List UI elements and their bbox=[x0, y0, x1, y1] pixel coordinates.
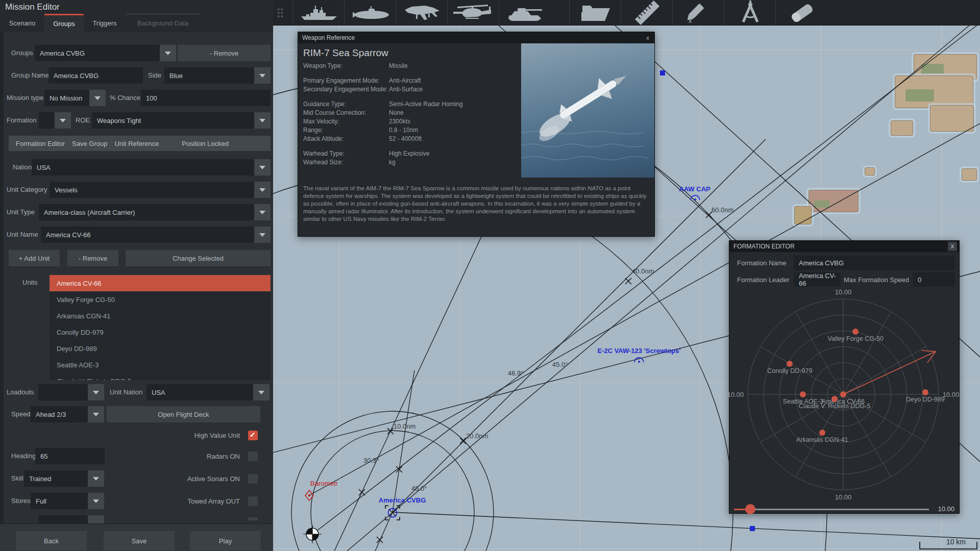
nation-select[interactable]: USA bbox=[32, 159, 254, 176]
save-group-button[interactable]: Save Group bbox=[72, 140, 107, 147]
high-value-unit-checkbox[interactable] bbox=[248, 431, 258, 440]
unit-nation-select[interactable]: USA bbox=[146, 384, 253, 400]
map-label: 40.0nm bbox=[632, 267, 654, 275]
compass-icon-button[interactable] bbox=[724, 0, 776, 25]
waypoint-cross[interactable] bbox=[460, 438, 466, 444]
roe-dropdown-button[interactable] bbox=[254, 112, 271, 129]
eraser-icon-button[interactable] bbox=[775, 0, 827, 25]
weapon-spec-row: Mid Course Correction:None bbox=[303, 109, 518, 117]
skill-dropdown-button[interactable] bbox=[88, 470, 104, 487]
weapon-spec-row: Range:0.8 - 10nm bbox=[303, 126, 518, 135]
remove-unit-button[interactable]: - Remove bbox=[67, 250, 118, 266]
formation-select[interactable] bbox=[39, 112, 55, 129]
tank-icon-button[interactable] bbox=[499, 0, 551, 25]
nav-point-square[interactable] bbox=[660, 70, 665, 76]
formation-ship-dot[interactable] bbox=[831, 396, 838, 402]
groups-dropdown-button[interactable] bbox=[160, 45, 176, 61]
slider-track[interactable] bbox=[734, 509, 929, 510]
unit-list-item[interactable]: America CV-66 bbox=[50, 275, 271, 291]
formation-ship-dot[interactable] bbox=[840, 391, 846, 397]
tab-background-data[interactable]: Background Data bbox=[126, 14, 200, 32]
unit-list-item[interactable]: Claude V. Rickets DDG-5 bbox=[50, 373, 271, 380]
formation-ship-dot[interactable] bbox=[922, 389, 928, 395]
unit-nation-dropdown-button[interactable] bbox=[253, 384, 270, 400]
save-button[interactable]: Save bbox=[104, 531, 175, 550]
waypoint-cross[interactable] bbox=[387, 428, 394, 434]
polar-axis-label: 10.00 bbox=[835, 493, 852, 501]
aircraft-icon-button[interactable] bbox=[396, 0, 448, 25]
nav-point-square[interactable] bbox=[750, 526, 755, 531]
add-unit-button[interactable]: + Add Unit bbox=[9, 250, 60, 266]
loadouts-select[interactable] bbox=[38, 384, 88, 400]
warship-icon-button[interactable] bbox=[292, 0, 345, 25]
unit-reference-button[interactable]: Unit Reference bbox=[114, 140, 159, 147]
tab-scenario[interactable]: Scenario bbox=[0, 14, 44, 32]
waypoint-cross[interactable] bbox=[625, 278, 631, 284]
roe-select[interactable]: Weapons Tight bbox=[92, 112, 254, 129]
heading-input[interactable]: 65 bbox=[35, 448, 105, 464]
groups-select[interactable]: America CVBG bbox=[35, 45, 160, 61]
air-contact-symbol[interactable] bbox=[634, 358, 644, 363]
position-locked-toggle[interactable]: Position Locked bbox=[182, 140, 229, 147]
waypoint-cross[interactable] bbox=[377, 537, 383, 543]
unit-list-item[interactable]: Valley Forge CG-50 bbox=[50, 291, 271, 308]
unit-list-item[interactable]: Seattle AOE-3 bbox=[50, 357, 271, 373]
max-formation-speed-input[interactable]: 0 bbox=[913, 272, 955, 287]
toolbar-grip-handle[interactable]: ●●●●●● bbox=[277, 8, 284, 18]
submarine-icon-button[interactable] bbox=[344, 0, 396, 25]
close-icon[interactable]: X bbox=[948, 242, 957, 251]
weapon-spec-row: Attack Altitude:52 - 40000ft bbox=[303, 135, 518, 143]
unit-name-select[interactable]: America CV-66 bbox=[41, 227, 254, 243]
close-icon[interactable]: x bbox=[643, 33, 652, 42]
formation-leader-select[interactable]: America CV-66 bbox=[794, 272, 841, 287]
tab-groups[interactable]: Groups bbox=[44, 14, 84, 32]
side-select[interactable]: Blue bbox=[164, 67, 254, 84]
speed-select[interactable]: Ahead 2/3 bbox=[31, 406, 88, 422]
chance-input[interactable]: 100 bbox=[141, 90, 271, 106]
waypoint-cross[interactable] bbox=[359, 489, 365, 495]
panel-scrollbar[interactable] bbox=[0, 32, 4, 523]
folder-icon-button[interactable] bbox=[569, 0, 621, 25]
slider-knob[interactable] bbox=[745, 504, 755, 514]
formation-editor-button[interactable]: Formation Editor bbox=[16, 140, 65, 147]
formation-dropdown-button[interactable] bbox=[55, 112, 71, 129]
nation-dropdown-button[interactable] bbox=[254, 159, 271, 176]
formation-ship-dot[interactable] bbox=[819, 430, 825, 436]
unit-type-dropdown-button[interactable] bbox=[254, 204, 271, 220]
tab-triggers[interactable]: Triggers bbox=[84, 14, 126, 32]
pencil-icon-button[interactable]: x bbox=[672, 0, 724, 25]
helicopter-icon-button[interactable] bbox=[447, 0, 499, 25]
play-button[interactable]: Play bbox=[190, 531, 261, 550]
formation-editor-titlebar[interactable]: FORMATION EDITOR bbox=[729, 241, 959, 252]
speed-dropdown-button[interactable] bbox=[88, 406, 104, 422]
radars-on-checkbox[interactable] bbox=[248, 452, 258, 461]
unit-list-item[interactable]: Arkansas CGN-41 bbox=[50, 308, 271, 324]
weapon-reference-titlebar[interactable]: Weapon Reference bbox=[298, 32, 654, 43]
change-selected-button[interactable]: Change Selected bbox=[126, 250, 271, 266]
open-flight-deck-button[interactable]: Open Flight Deck bbox=[107, 406, 260, 422]
formation-ship-dot[interactable] bbox=[800, 391, 806, 397]
side-dropdown-button[interactable] bbox=[254, 67, 271, 84]
skill-select[interactable]: Trained bbox=[24, 470, 88, 487]
unit-category-select[interactable]: Vessels bbox=[50, 182, 254, 198]
loadouts-dropdown-button[interactable] bbox=[88, 384, 104, 400]
towed-array-out-checkbox[interactable] bbox=[248, 496, 258, 506]
ruler-icon-button[interactable] bbox=[621, 0, 673, 25]
mission-type-dropdown-button[interactable] bbox=[89, 90, 106, 106]
unit-category-dropdown-button[interactable] bbox=[254, 182, 271, 198]
remove-group-button[interactable]: - Remove bbox=[178, 45, 271, 61]
stores-dropdown-button[interactable] bbox=[88, 493, 104, 509]
formation-ship-dot[interactable] bbox=[852, 329, 859, 335]
unit-list-item[interactable]: Conolly DD-979 bbox=[50, 324, 271, 340]
unit-list-item[interactable]: Deyo DD-989 bbox=[50, 340, 271, 357]
back-button[interactable]: Back bbox=[16, 531, 87, 550]
group-name-input[interactable]: America CVBG bbox=[48, 67, 143, 84]
unit-name-dropdown-button[interactable] bbox=[254, 227, 271, 243]
unit-type-select[interactable]: America-class (Aircraft Carrier) bbox=[39, 204, 254, 220]
formation-polar-chart[interactable]: 10.0010.0010.0010.00America CV-66Valley … bbox=[729, 289, 959, 491]
formation-ship-dot[interactable] bbox=[787, 361, 793, 367]
stores-select[interactable]: Full bbox=[31, 493, 88, 509]
mission-type-select[interactable]: No Mission bbox=[44, 90, 89, 106]
formation-name-input[interactable]: America CVBG bbox=[794, 256, 955, 270]
active-sonars-on-checkbox[interactable] bbox=[248, 474, 258, 484]
